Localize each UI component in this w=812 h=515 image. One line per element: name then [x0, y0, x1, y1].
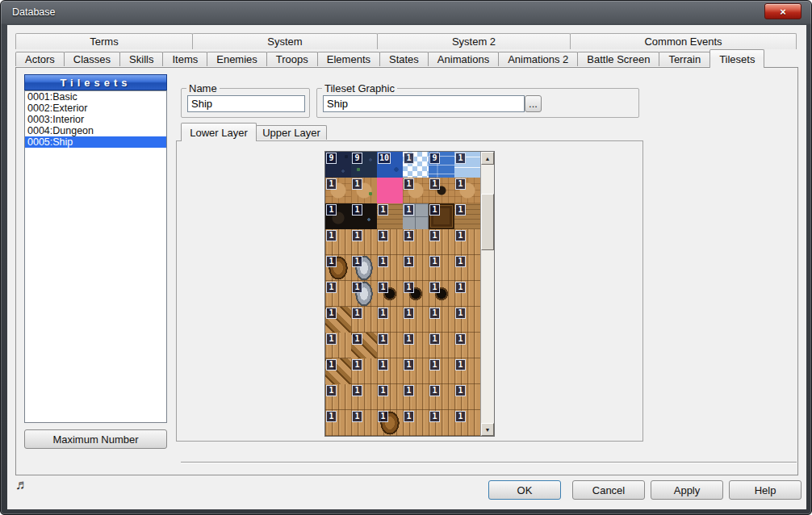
tileset-tile-plank[interactable]: 1 [403, 358, 429, 384]
tab-battle-screen[interactable]: Battle Screen [577, 52, 659, 66]
tileset-tile-plank[interactable]: 1 [454, 255, 480, 281]
tab-tilesets[interactable]: Tilesets [709, 49, 764, 68]
tileset-tile-plank[interactable]: 1 [377, 255, 403, 281]
tileset-tile-plank[interactable]: 1 [454, 229, 480, 255]
tab-upper-layer[interactable]: Upper Layer [256, 125, 327, 140]
tileset-tile-plank[interactable]: 1 [351, 384, 377, 410]
tab-actors[interactable]: Actors [15, 52, 65, 66]
tileset-tile-stone[interactable]: 1 [403, 203, 429, 229]
tileset-tile-pink[interactable] [377, 178, 403, 203]
tileset-tile-navy2[interactable]: 9 [351, 152, 377, 178]
tab-troops[interactable]: Troops [266, 52, 318, 66]
tileset-tile-lightwater[interactable]: 1 [454, 152, 480, 178]
tileset-tile-plank[interactable]: 1 [351, 410, 377, 436]
tileset-tile-stairs[interactable]: 1 [325, 307, 351, 333]
tab-common-events[interactable]: Common Events [570, 33, 797, 49]
scroll-up-button[interactable]: ▲ [481, 152, 494, 165]
tileset-tile-plank[interactable]: 1 [429, 384, 454, 410]
tileset-scrollbar[interactable]: ▲ ▼ [480, 152, 494, 436]
tileset-list-item[interactable]: 0004:Dungeon [25, 125, 166, 136]
tileset-tile-deepblue[interactable]: 10 [377, 152, 403, 178]
tileset-graphic-input[interactable] [323, 95, 525, 112]
tileset-tile-cloud[interactable]: 1 [403, 152, 429, 178]
tab-system[interactable]: System [192, 33, 378, 49]
tab-system-2[interactable]: System 2 [377, 33, 571, 49]
tab-items[interactable]: Items [162, 52, 207, 66]
tileset-tile-stairs[interactable]: 1 [325, 358, 351, 384]
tileset-tile-sand[interactable]: 1 [403, 178, 429, 203]
tileset-tile-silver[interactable]: 1 [351, 255, 377, 281]
tileset-tile-sandg[interactable]: 1 [351, 178, 377, 203]
tileset-tile-plank[interactable]: 1 [454, 410, 480, 436]
tile-grid[interactable]: 9910191111111111111111111111111111111111… [325, 152, 480, 436]
help-button[interactable]: Help [729, 480, 802, 500]
tileset-tile-wood[interactable]: 1 [454, 203, 480, 229]
tileset-tile-plank[interactable]: 1 [454, 358, 480, 384]
tileset-tile-navy[interactable]: 9 [325, 152, 351, 178]
tileset-tile-plank[interactable]: 1 [325, 281, 351, 307]
tab-classes[interactable]: Classes [64, 52, 120, 66]
tileset-tile-plank[interactable]: 1 [403, 333, 429, 358]
tab-elements[interactable]: Elements [317, 52, 380, 66]
tileset-list-item[interactable]: 0001:Basic [25, 91, 166, 103]
tab-skills[interactable]: Skills [119, 52, 163, 66]
tileset-tile-dbrown[interactable]: 1 [429, 203, 454, 229]
tab-states[interactable]: States [379, 52, 429, 66]
tileset-tile-plank[interactable]: 1 [454, 333, 480, 358]
scroll-down-button[interactable]: ▼ [481, 423, 494, 436]
tileset-tile-plank[interactable]: 1 [325, 384, 351, 410]
tileset-tile-silver[interactable]: 1 [351, 281, 377, 307]
tileset-tile-plank[interactable]: 1 [403, 307, 429, 333]
tileset-tile-plank[interactable]: 1 [403, 229, 429, 255]
cancel-button[interactable]: Cancel [572, 480, 645, 500]
tab-terms[interactable]: Terms [15, 33, 193, 49]
name-input[interactable] [187, 95, 305, 112]
tileset-tile-plank[interactable]: 1 [325, 229, 351, 255]
tileset-tile-plank[interactable]: 1 [429, 333, 454, 358]
tileset-tile-plank[interactable]: 1 [403, 410, 429, 436]
tileset-tile-plank[interactable]: 1 [377, 307, 403, 333]
tileset-tile-hole[interactable]: 1 [403, 281, 429, 307]
tileset-tile-water[interactable]: 9 [429, 152, 454, 178]
tileset-tile-stairs[interactable]: 1 [351, 333, 377, 358]
tileset-tile-plank[interactable]: 1 [351, 229, 377, 255]
tileset-tile-plank[interactable]: 1 [403, 384, 429, 410]
tileset-tile-plank[interactable]: 1 [429, 255, 454, 281]
scrollbar-track[interactable] [481, 165, 494, 423]
close-button[interactable]: × [764, 3, 802, 19]
tileset-tile-plank[interactable]: 1 [377, 229, 403, 255]
tileset-tile-plank[interactable]: 1 [403, 255, 429, 281]
tileset-tile-sand[interactable]: 1 [454, 178, 480, 203]
tileset-tile-plank[interactable]: 1 [377, 384, 403, 410]
tab-enemies[interactable]: Enemies [207, 52, 267, 66]
tileset-list-item[interactable]: 0003:Interior [25, 114, 166, 125]
tileset-tile-plank[interactable]: 1 [377, 358, 403, 384]
tileset-tile-plank[interactable]: 1 [351, 358, 377, 384]
ok-button[interactable]: OK [488, 480, 561, 500]
maximum-number-button[interactable]: Maximum Number [24, 429, 167, 449]
tab-animations[interactable]: Animations [428, 52, 499, 66]
tileset-tile-plank[interactable]: 1 [351, 307, 377, 333]
tileset-tile-plank[interactable]: 1 [429, 358, 454, 384]
tileset-tile-darktile[interactable]: 1 [325, 203, 351, 229]
tileset-tile-plank[interactable]: 1 [325, 333, 351, 358]
tileset-tile-hole[interactable]: 1 [377, 281, 403, 307]
tileset-tile-darktile2[interactable]: 1 [351, 203, 377, 229]
tileset-list-item[interactable]: 0002:Exterior [25, 103, 166, 114]
tileset-list[interactable]: 0001:Basic0002:Exterior0003:Interior0004… [24, 90, 167, 423]
scrollbar-thumb[interactable] [481, 194, 494, 250]
tileset-tile-plank[interactable]: 1 [454, 307, 480, 333]
tileset-tile-barrel[interactable]: 1 [325, 255, 351, 281]
tileset-tile-plank[interactable]: 1 [454, 384, 480, 410]
tab-terrain[interactable]: Terrain [659, 52, 710, 66]
browse-button[interactable]: ... [525, 95, 542, 112]
tileset-tile-barrel[interactable]: 1 [377, 410, 403, 436]
tileset-tile-plank[interactable]: 1 [454, 281, 480, 307]
tileset-tile-plank[interactable]: 1 [429, 229, 454, 255]
tileset-tile-plank[interactable]: 1 [429, 410, 454, 436]
tileset-tile-plank[interactable]: 1 [325, 410, 351, 436]
tileset-tile-sand[interactable]: 1 [325, 178, 351, 203]
tileset-tile-plank[interactable]: 1 [377, 333, 403, 358]
apply-button[interactable]: Apply [651, 480, 723, 500]
tab-animations-2[interactable]: Animations 2 [498, 52, 578, 66]
